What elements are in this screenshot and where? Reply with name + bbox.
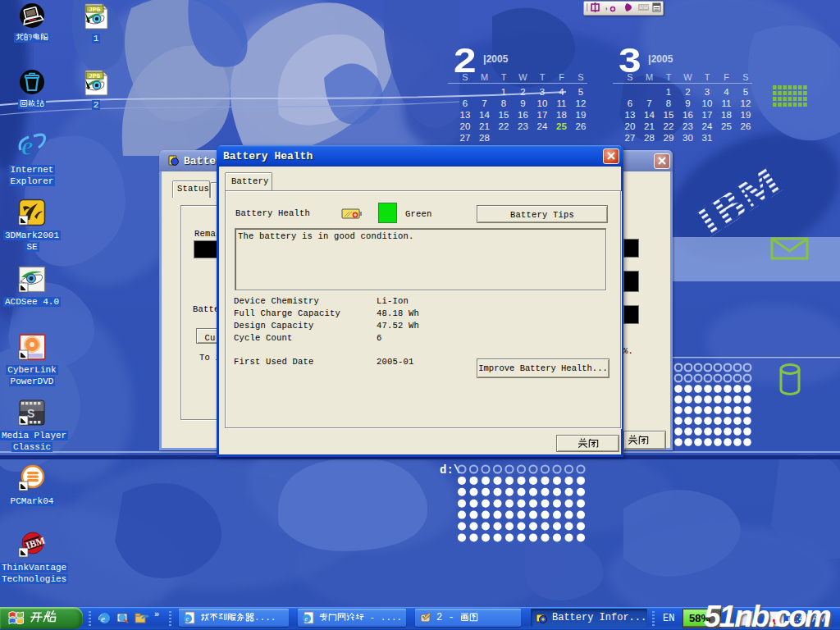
svg-text:e: e xyxy=(305,615,308,623)
svg-text:JPG: JPG xyxy=(89,72,101,80)
svg-text:JPG: JPG xyxy=(89,6,101,13)
svg-text:e: e xyxy=(21,131,34,161)
svg-text:,: , xyxy=(605,2,608,11)
svg-text:e: e xyxy=(186,615,189,623)
svg-text:d:\: d:\ xyxy=(440,463,460,477)
svg-text:S: S xyxy=(27,407,34,420)
